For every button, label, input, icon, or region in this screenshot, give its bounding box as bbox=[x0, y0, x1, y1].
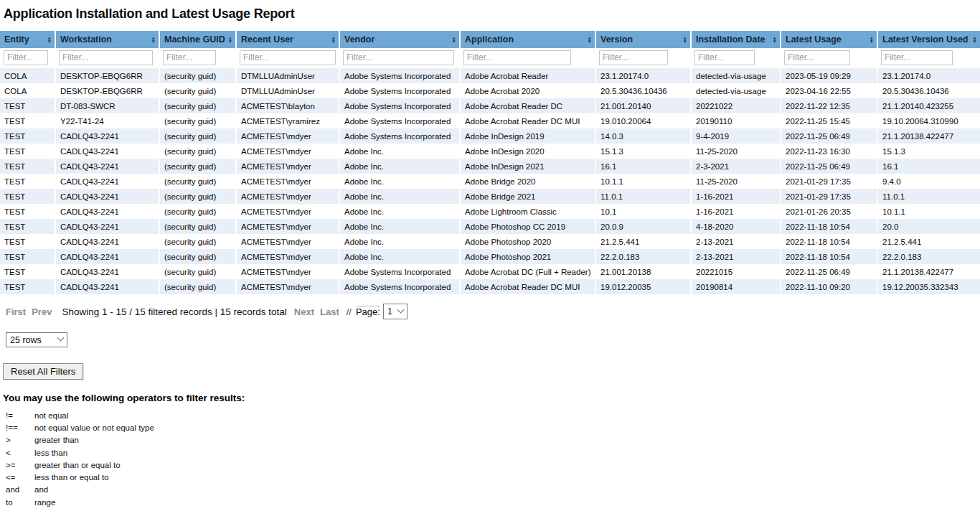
cell: 2022-11-18 10:54 bbox=[781, 234, 877, 249]
rows-per-page-select[interactable]: 25 rows bbox=[6, 332, 67, 347]
sort-icon: ▲▼ bbox=[329, 36, 336, 44]
cell: ACMETEST\mdyer bbox=[236, 279, 339, 294]
column-header-label: Machine GUID bbox=[164, 34, 225, 44]
table-row: TESTCADLQ43-2241(security guid)ACMETEST\… bbox=[0, 264, 980, 279]
reset-all-filters-button[interactable]: Reset All Filters bbox=[3, 363, 83, 380]
cell: 10.1.1 bbox=[877, 204, 980, 219]
cell: Adobe Photoshop 2020 bbox=[460, 234, 595, 249]
cell: 2-13-2021 bbox=[691, 249, 781, 264]
cell: 11-25-2020 bbox=[691, 144, 781, 159]
cell: (security guid) bbox=[159, 113, 236, 128]
first-page-link[interactable]: First bbox=[6, 306, 26, 317]
table-row: TESTCADLQ43-2241(security guid)ACMETEST\… bbox=[0, 219, 980, 234]
cell: 2023-04-16 22:55 bbox=[781, 83, 877, 98]
pagination-separator: // bbox=[347, 306, 352, 317]
filter-input-latest-usage[interactable] bbox=[784, 50, 850, 65]
table-row: TESTCADLQ43-2241(security guid)ACMETEST\… bbox=[0, 174, 980, 189]
page-select-label: Page: bbox=[356, 306, 380, 317]
table-filter-row bbox=[0, 48, 980, 68]
filter-input-application[interactable] bbox=[463, 50, 571, 65]
cell: DTMLLUAdminUser bbox=[236, 83, 339, 98]
cell: 11-25-2020 bbox=[691, 174, 781, 189]
operator-row: <=less than or equal to bbox=[3, 471, 980, 483]
cell: (security guid) bbox=[159, 98, 236, 113]
column-header-machine-guid[interactable]: Machine GUID▲▼ bbox=[159, 31, 236, 48]
last-page-link[interactable]: Last bbox=[320, 306, 339, 317]
column-header-latest-version-used[interactable]: Latest Version Used▲▼ bbox=[877, 31, 980, 48]
cell: (security guid) bbox=[159, 249, 236, 264]
filter-input-vendor[interactable] bbox=[343, 50, 454, 65]
operator-code: <= bbox=[3, 473, 34, 482]
cell: 2021-01-26 20:35 bbox=[781, 204, 877, 219]
filter-input-version[interactable] bbox=[599, 50, 668, 65]
pagination-status: Showing 1 - 15 / 15 filtered records | 1… bbox=[62, 306, 286, 317]
cell: CADLQ43-2241 bbox=[55, 219, 159, 234]
operator-row: andand bbox=[3, 484, 980, 496]
operator-description: range bbox=[34, 498, 980, 507]
cell: Adobe Systems Incorporated bbox=[339, 113, 460, 128]
column-header-latest-usage[interactable]: Latest Usage▲▼ bbox=[781, 31, 877, 48]
cell: CADLQ43-2241 bbox=[55, 204, 159, 219]
cell: Y22-T41-24 bbox=[55, 113, 159, 128]
column-header-version[interactable]: Version▲▼ bbox=[595, 31, 691, 48]
column-header-installation-date[interactable]: Installation Date▲▼ bbox=[691, 31, 781, 48]
cell: TEST bbox=[0, 98, 55, 113]
report-table: Entity▲▼Workstation▲▼Machine GUID▲▼Recen… bbox=[0, 31, 980, 294]
filter-operators-help: You may use the following operators to f… bbox=[3, 393, 980, 508]
column-header-vendor[interactable]: Vendor▲▼ bbox=[339, 31, 460, 48]
cell: detected-via-usage bbox=[691, 68, 781, 83]
page-select[interactable]: 1 bbox=[383, 304, 407, 319]
cell: Adobe Acrobat DC (Full + Reader) bbox=[460, 264, 595, 279]
table-row: TESTCADLQ43-2241(security guid)ACMETEST\… bbox=[0, 249, 980, 264]
cell: Adobe Systems Incorporated bbox=[339, 83, 460, 98]
column-header-application[interactable]: Application▲▼ bbox=[460, 31, 595, 48]
operator-description: and bbox=[34, 485, 980, 494]
cell: 21.2.5.441 bbox=[595, 234, 691, 249]
cell: 16.1 bbox=[595, 159, 691, 174]
cell: (security guid) bbox=[159, 68, 236, 83]
cell: 2023-05-19 09:29 bbox=[781, 68, 877, 83]
operator-row: !=not equal bbox=[3, 409, 980, 421]
column-header-recent-user[interactable]: Recent User▲▼ bbox=[236, 31, 339, 48]
column-header-label: Application bbox=[465, 34, 514, 44]
cell: CADLQ43-2241 bbox=[55, 174, 159, 189]
cell: 10.1 bbox=[595, 204, 691, 219]
filter-input-recent-user[interactable] bbox=[240, 50, 336, 65]
sort-icon: ▲▼ bbox=[867, 36, 874, 44]
cell: CADLQ43-2241 bbox=[55, 128, 159, 144]
column-header-label: Installation Date bbox=[696, 34, 765, 44]
cell: CADLQ43-2241 bbox=[55, 144, 159, 159]
table-row: TESTCADLQ43-2241(security guid)ACMETEST\… bbox=[0, 234, 980, 249]
cell: Adobe Inc. bbox=[339, 189, 460, 204]
cell: 23.1.20174.0 bbox=[595, 68, 691, 83]
next-page-link[interactable]: Next bbox=[294, 306, 314, 317]
column-header-workstation[interactable]: Workstation▲▼ bbox=[55, 31, 159, 48]
operator-description: greater than or equal to bbox=[34, 461, 980, 469]
cell: (security guid) bbox=[159, 234, 236, 249]
cell: 20.5.30436.10436 bbox=[877, 83, 980, 98]
prev-page-link[interactable]: Prev bbox=[32, 306, 52, 317]
cell: 19.10.20064.310990 bbox=[877, 113, 980, 128]
cell: ACMETEST\mdyer bbox=[236, 249, 339, 264]
filter-input-latest-version-used[interactable] bbox=[881, 50, 953, 65]
cell: Adobe Acrobat Reader DC MUI bbox=[460, 113, 595, 128]
filter-input-workstation[interactable] bbox=[59, 50, 153, 65]
operator-code: and bbox=[3, 485, 34, 494]
filter-input-entity[interactable] bbox=[4, 50, 48, 65]
cell: 15.1.3 bbox=[877, 144, 980, 159]
sort-icon: ▲▼ bbox=[149, 36, 156, 44]
cell: Adobe Systems Incorporated bbox=[339, 98, 460, 113]
column-header-label: Version bbox=[600, 34, 633, 44]
column-header-entity[interactable]: Entity▲▼ bbox=[0, 31, 55, 48]
filter-input-installation-date[interactable] bbox=[694, 50, 755, 65]
cell: CADLQ43-2241 bbox=[55, 234, 159, 249]
sort-icon: ▲▼ bbox=[970, 36, 977, 44]
filter-input-machine-guid[interactable] bbox=[163, 50, 216, 65]
operator-code: to bbox=[3, 498, 34, 507]
cell: ACMETEST\mdyer bbox=[236, 144, 339, 159]
cell: DESKTOP-EBQG6RR bbox=[55, 68, 159, 83]
cell: TEST bbox=[0, 144, 55, 159]
operator-row: <less than bbox=[3, 446, 980, 459]
cell: TEST bbox=[0, 159, 55, 174]
table-row: TESTY22-T41-24(security guid)ACMETEST\yr… bbox=[0, 113, 980, 128]
